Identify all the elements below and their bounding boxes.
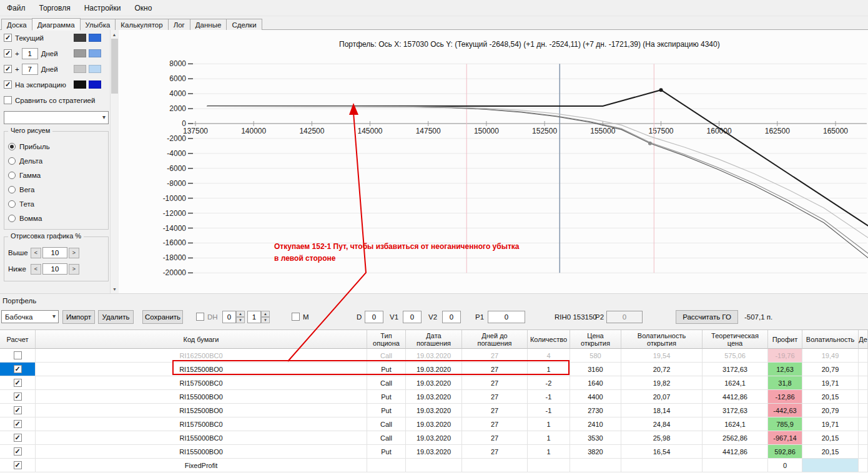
p1-input[interactable] <box>488 311 525 323</box>
tab-диаграмма[interactable]: Диаграмма <box>32 18 81 31</box>
column-header[interactable]: Теоретическая цена <box>703 330 768 349</box>
expiration-checkbox[interactable] <box>4 80 12 89</box>
plus7-days-input[interactable] <box>22 64 38 75</box>
calculate-margin-button[interactable]: Рассчитать ГО <box>676 310 738 324</box>
plus1-days-input[interactable] <box>22 48 38 59</box>
toggle-current[interactable]: Текущий <box>0 30 119 46</box>
column-header[interactable]: Тип опциона <box>367 330 406 349</box>
tab-калькулятор[interactable]: Калькулятор <box>115 19 168 30</box>
tab-сделки[interactable]: Сделки <box>226 19 262 30</box>
row-checkbox[interactable] <box>14 406 22 414</box>
toggle-expiration[interactable]: На экспирацию <box>0 77 119 92</box>
draw-option-вомма[interactable]: Вомма <box>8 211 104 225</box>
p2-input[interactable] <box>606 311 643 323</box>
radio-icon[interactable] <box>8 200 16 208</box>
d-input[interactable] <box>365 311 383 323</box>
table-row[interactable]: RI152500BO0Put19.03.202027-1273018,14317… <box>0 404 868 417</box>
table-row[interactable]: FixedProfit0 <box>0 459 868 472</box>
row-checkbox[interactable] <box>14 351 22 359</box>
row-checkbox[interactable] <box>14 379 22 387</box>
scroll-up-icon[interactable]: ▲ <box>111 30 118 39</box>
column-header[interactable]: Профит <box>768 330 802 349</box>
expiration-color-swatch-1[interactable] <box>74 80 86 89</box>
draw-option-гамма[interactable]: Гамма <box>8 168 104 182</box>
scale-above-decrease-button[interactable]: < <box>31 248 41 258</box>
menu-item-настройки[interactable]: Настройки <box>77 1 128 16</box>
scale-below-increase-button[interactable]: > <box>69 264 79 275</box>
cell-calc-checkbox[interactable] <box>0 376 36 389</box>
current-color-swatch-1[interactable] <box>74 34 86 42</box>
column-header[interactable]: Волатильность открытия <box>621 330 703 349</box>
scroll-down-icon[interactable]: ▼ <box>111 285 119 293</box>
radio-icon[interactable] <box>8 143 16 150</box>
cell-calc-checkbox[interactable] <box>0 349 36 362</box>
row-checkbox[interactable] <box>14 393 22 401</box>
column-header[interactable]: Волатильность <box>802 330 859 349</box>
plus7-checkbox[interactable] <box>4 65 12 73</box>
scale-above-input[interactable] <box>42 247 67 258</box>
plus1-color-swatch-2[interactable] <box>89 49 101 57</box>
plus1-checkbox[interactable] <box>4 49 12 57</box>
column-header[interactable]: Дней до погашения <box>462 330 528 349</box>
import-button[interactable]: Импорт <box>62 310 95 324</box>
dh-checkbox[interactable] <box>196 313 204 321</box>
column-header[interactable]: Цена открытия <box>570 330 621 349</box>
plus1-color-swatch-1[interactable] <box>74 49 86 57</box>
current-color-swatch-2[interactable] <box>89 34 101 42</box>
menu-item-файл[interactable]: Файл <box>0 1 32 16</box>
cell-calc-checkbox[interactable] <box>0 417 36 431</box>
current-checkbox[interactable] <box>4 34 12 42</box>
payoff-chart[interactable]: 80006000400020000-2000-4000-6000-8000-10… <box>119 49 868 293</box>
draw-option-тета[interactable]: Тета <box>8 197 104 211</box>
toggle-plus1day[interactable]: + Дней <box>0 46 119 61</box>
toggle-compare-strategy[interactable]: Сравнить со стратегией <box>0 92 119 108</box>
cell-calc-checkbox[interactable] <box>0 431 36 444</box>
row-checkbox[interactable] <box>14 461 22 469</box>
draw-option-вега[interactable]: Вега <box>8 182 104 197</box>
dh-spinner-1[interactable]: ▲▼ <box>222 311 245 323</box>
scale-above-increase-button[interactable]: > <box>69 248 79 258</box>
radio-icon[interactable] <box>8 172 16 179</box>
tab-лог[interactable]: Лог <box>168 19 190 30</box>
dh-spinner-2[interactable]: ▲▼ <box>247 311 270 323</box>
strategy-compare-dropdown[interactable]: ▾ <box>4 111 109 124</box>
menu-item-окно[interactable]: Окно <box>128 1 159 16</box>
compare-checkbox[interactable] <box>4 96 12 104</box>
table-row[interactable]: RI157500BC0Call19.03.2020271241024,84162… <box>0 417 868 431</box>
scale-below-input[interactable] <box>42 263 67 275</box>
column-header[interactable]: Количество <box>528 330 570 349</box>
cell-calc-checkbox[interactable] <box>0 404 36 417</box>
toggle-plus7days[interactable]: + Дней <box>0 61 119 77</box>
cell-calc-checkbox[interactable] <box>0 445 36 458</box>
table-row[interactable]: RI155000BO0Put19.03.202027-1440020,07441… <box>0 390 868 404</box>
draw-option-дельта[interactable]: Дельта <box>8 154 104 168</box>
spinner-arrows-icon[interactable]: ▲▼ <box>261 311 270 323</box>
column-header[interactable]: Код бумаги <box>36 330 367 349</box>
column-header[interactable]: Де <box>859 330 868 349</box>
v1-input[interactable] <box>403 311 422 323</box>
scrollbar-thumb[interactable] <box>111 39 118 94</box>
save-button[interactable]: Сохранить <box>142 310 183 324</box>
row-checkbox[interactable] <box>14 434 22 442</box>
row-checkbox[interactable] <box>14 365 22 373</box>
panel-scrollbar[interactable]: ▲ ▼ <box>110 30 118 293</box>
v2-input[interactable] <box>442 311 461 323</box>
tab-данные[interactable]: Данные <box>190 19 227 30</box>
row-checkbox[interactable] <box>14 447 22 456</box>
tab-доска[interactable]: Доска <box>1 19 32 30</box>
table-row[interactable]: RI162500BC0Call19.03.202027458019,54575,… <box>0 349 868 363</box>
dh-spinner-2-input[interactable] <box>247 311 261 323</box>
m-checkbox[interactable] <box>292 313 300 321</box>
column-header[interactable]: Расчет <box>0 330 36 349</box>
table-row[interactable]: RI152500BO0Put19.03.2020271316020,723172… <box>0 363 868 376</box>
plus7-color-swatch-1[interactable] <box>74 65 86 73</box>
tab-улыбка[interactable]: Улыбка <box>80 19 116 30</box>
plus7-color-swatch-2[interactable] <box>89 65 101 73</box>
radio-icon[interactable] <box>8 157 16 165</box>
expiration-color-swatch-2[interactable] <box>89 80 101 89</box>
dh-spinner-1-input[interactable] <box>222 311 236 323</box>
radio-icon[interactable] <box>8 186 16 193</box>
table-row[interactable]: RI155000BC0Call19.03.2020271353025,98256… <box>0 431 868 445</box>
cell-calc-checkbox[interactable] <box>0 459 36 472</box>
table-row[interactable]: RI155000BO0Put19.03.2020271382016,544412… <box>0 445 868 459</box>
